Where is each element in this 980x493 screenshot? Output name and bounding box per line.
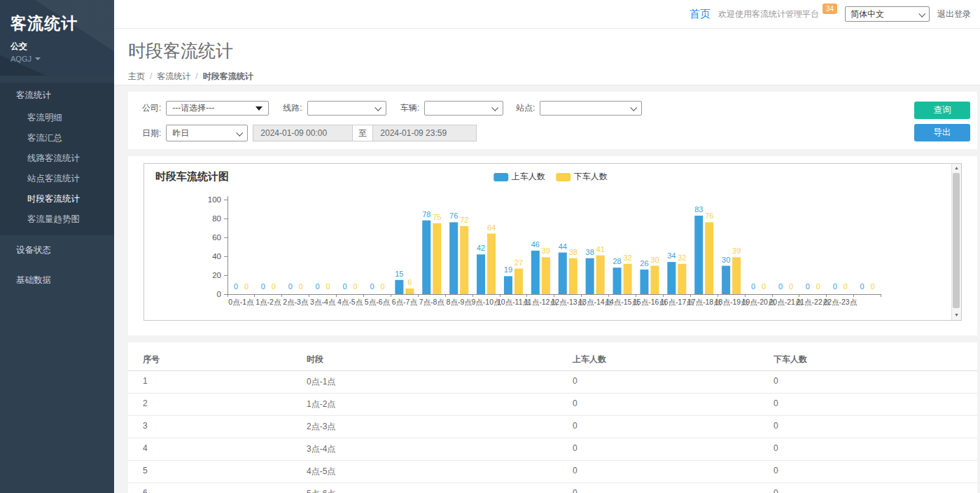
scrollbar-thumb[interactable] (953, 173, 960, 308)
svg-text:78: 78 (422, 210, 430, 218)
svg-text:38: 38 (586, 248, 594, 256)
date-preset-value: 昨日 (172, 127, 189, 139)
table-row: 32点-3点00 (128, 416, 977, 438)
svg-text:80: 80 (212, 214, 221, 223)
notification-badge[interactable]: 34 (822, 4, 837, 14)
table-row: 65点-6点00 (128, 483, 977, 493)
bar-下车人数-12点-13点 (569, 258, 578, 294)
bar-下车人数-8点-9点 (460, 226, 468, 294)
svg-text:6点-7点: 6点-7点 (392, 298, 418, 306)
legend-item-上车人数[interactable]: 上车人数 (493, 171, 545, 183)
svg-text:75: 75 (433, 213, 441, 221)
bar-下车人数-6点-7点 (405, 289, 414, 294)
svg-text:0: 0 (370, 282, 374, 291)
sidebar-group-客流统计: 客流统计客流明细客流汇总线路客流统计站点客流统计时段客流统计客流量趋势图 (0, 83, 114, 235)
vehicle-select[interactable] (424, 101, 503, 116)
sidebar-subitem-站点客流统计[interactable]: 站点客流统计 (0, 169, 114, 189)
bar-上车人数-13点-14点 (586, 258, 594, 294)
svg-text:0: 0 (244, 282, 248, 291)
line-label: 线路: (283, 102, 302, 114)
table-cell-时段: 2点-3点 (307, 421, 573, 433)
sidebar-item-基础数据[interactable]: 基础数据 (0, 265, 114, 296)
logout-link[interactable]: 退出登录 (937, 8, 971, 20)
line-select[interactable] (307, 101, 386, 116)
company-select-value: ---请选择--- (172, 102, 214, 114)
breadcrumb-item-主页[interactable]: 主页 (128, 71, 145, 81)
svg-text:2点-3点: 2点-3点 (283, 298, 309, 306)
svg-text:0: 0 (789, 282, 793, 291)
sidebar-subitem-客流明细[interactable]: 客流明细 (0, 108, 114, 128)
table-cell-下车人数: 0 (774, 466, 977, 478)
svg-text:40: 40 (212, 252, 221, 261)
chevron-down-icon (631, 104, 638, 111)
svg-text:0: 0 (806, 282, 810, 291)
chevron-down-icon (491, 104, 498, 111)
svg-text:41: 41 (596, 245, 605, 254)
table-header: 序号时段上车人数下车人数 (128, 349, 977, 371)
home-link[interactable]: 首页 (690, 8, 710, 21)
date-preset-select[interactable]: 昨日 (166, 125, 248, 141)
svg-text:38: 38 (569, 248, 578, 256)
bar-下车人数-17点-18点 (705, 222, 713, 294)
user-dropdown[interactable]: AQGJ (10, 55, 104, 63)
svg-text:0: 0 (316, 282, 320, 291)
sidebar-subitem-客流量趋势图[interactable]: 客流量趋势图 (0, 209, 114, 230)
query-button[interactable]: 查询 (914, 102, 970, 119)
table-cell-下车人数: 0 (774, 488, 977, 493)
bar-上车人数-10点-11点 (504, 276, 512, 294)
app-title: 客流统计 (10, 15, 104, 32)
bar-上车人数-17点-18点 (694, 216, 703, 294)
svg-text:64: 64 (487, 223, 496, 232)
export-button[interactable]: 导出 (914, 124, 970, 141)
scroll-up-icon[interactable]: ▲ (952, 164, 961, 172)
sidebar-subitem-时段客流统计[interactable]: 时段客流统计 (0, 189, 114, 209)
svg-text:5点-6点: 5点-6点 (365, 298, 391, 306)
svg-text:30: 30 (650, 256, 659, 264)
breadcrumb-item-客流统计[interactable]: 客流统计 (157, 71, 190, 81)
chart-legend: 上车人数下车人数 (493, 171, 608, 183)
scroll-down-icon[interactable]: ▼ (952, 311, 961, 319)
topbar: 首页 欢迎使用客流统计管理平台 34 简体中文 退出登录 (114, 0, 980, 29)
station-select[interactable] (540, 101, 642, 116)
svg-text:6: 6 (407, 278, 412, 286)
table-cell-时段: 5点-6点 (307, 488, 573, 493)
table-cell-上车人数: 0 (573, 488, 774, 493)
svg-text:32: 32 (623, 254, 631, 262)
bar-上车人数-9点-10点 (477, 254, 485, 294)
table-cell-下车人数: 0 (774, 376, 977, 388)
sidebar-item-客流统计[interactable]: 客流统计 (0, 83, 114, 108)
legend-label: 上车人数 (512, 171, 545, 183)
breadcrumb-separator: / (195, 71, 197, 81)
table-cell-时段: 1点-2点 (307, 398, 573, 410)
svg-text:0: 0 (342, 282, 346, 291)
svg-text:20: 20 (212, 271, 221, 279)
bar-上车人数-16点-17点 (667, 262, 676, 294)
company-select[interactable]: ---请选择--- (166, 101, 269, 116)
svg-text:0: 0 (833, 282, 837, 291)
table-cell-时段: 4点-5点 (307, 466, 573, 478)
bar-下车人数-13点-14点 (596, 256, 605, 294)
table-cell-序号: 3 (143, 421, 307, 433)
svg-text:0: 0 (762, 282, 766, 291)
bar-下车人数-15点-16点 (650, 266, 659, 295)
bar-上车人数-6点-7点 (395, 280, 403, 294)
chart-scrollbar[interactable]: ▲ ▼ (951, 164, 961, 320)
bar-上车人数-7点-8点 (422, 221, 430, 294)
svg-text:0: 0 (751, 282, 755, 291)
date-start-input[interactable]: 2024-01-09 00:00 (253, 125, 353, 141)
language-select[interactable]: 简体中文 (845, 6, 930, 22)
table-cell-上车人数: 0 (573, 376, 774, 388)
chart-panel: 时段车流统计图 上车人数下车人数 020406080100000点-1点001点… (128, 156, 977, 335)
table-cell-序号: 5 (143, 466, 307, 478)
table-cell-时段: 3点-4点 (307, 443, 573, 455)
bar-下车人数-16点-17点 (678, 264, 686, 294)
sidebar-item-设备状态[interactable]: 设备状态 (0, 235, 114, 265)
sidebar-subitem-客流汇总[interactable]: 客流汇总 (0, 128, 114, 148)
svg-text:39: 39 (732, 246, 741, 255)
legend-item-下车人数[interactable]: 下车人数 (556, 171, 608, 183)
sidebar-group-设备状态: 设备状态 (0, 235, 114, 265)
svg-text:0: 0 (261, 282, 265, 291)
bar-chart-svg: 020406080100000点-1点001点-2点002点-3点003点-4点… (144, 164, 949, 312)
sidebar-subitem-线路客流统计[interactable]: 线路客流统计 (0, 148, 114, 169)
date-end-input[interactable]: 2024-01-09 23:59 (372, 125, 477, 141)
